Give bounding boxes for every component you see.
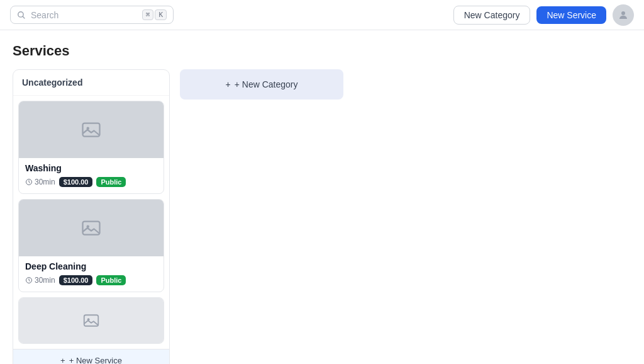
price-badge-deep-cleaning: $100.00 — [59, 275, 93, 285]
services-list: Washing 30min $100.00 Public — [13, 96, 169, 349]
service-image-washing — [19, 101, 164, 158]
header: ⌘ K New Category New Service — [0, 0, 644, 30]
service-name-washing: Washing — [25, 163, 157, 173]
keyboard-shortcut: ⌘ K — [142, 9, 167, 20]
new-service-label: + New Service — [69, 356, 122, 364]
page-title: Services — [13, 43, 631, 59]
new-category-card-button[interactable]: + + New Category — [180, 69, 343, 100]
search-icon — [17, 11, 26, 20]
service-name-deep-cleaning: Deep Cleaning — [25, 261, 157, 271]
new-category-label: + New Category — [235, 79, 298, 89]
service-card-deep-cleaning[interactable]: Deep Cleaning 30min $100.00 Public — [18, 199, 164, 292]
image-placeholder-icon — [80, 118, 103, 141]
clock-icon — [25, 178, 33, 186]
duration-value: 30min — [35, 178, 55, 186]
service-image-deep-cleaning — [19, 200, 164, 256]
svg-rect-2 — [83, 123, 100, 137]
kbd-k: K — [155, 9, 167, 20]
service-meta-washing: 30min $100.00 Public — [25, 177, 157, 187]
price-badge-washing: $100.00 — [59, 177, 93, 187]
clock-icon-2 — [25, 276, 33, 284]
svg-rect-5 — [83, 222, 100, 235]
new-service-placeholder-image — [19, 298, 164, 343]
avatar[interactable] — [613, 4, 634, 26]
category-column-uncategorized: Uncategorized Washing — [13, 69, 170, 364]
visibility-badge-deep-cleaning: Public — [96, 275, 126, 285]
main-content: Services Uncategorized — [0, 30, 644, 364]
svg-rect-8 — [84, 315, 99, 326]
duration-value-2: 30min — [35, 276, 55, 285]
plus-icon-new-service: + — [60, 356, 65, 364]
new-service-header-button[interactable]: New Service — [536, 6, 606, 24]
service-meta-deep-cleaning: 30min $100.00 Public — [25, 275, 157, 285]
new-service-column-button[interactable]: + + New Service — [13, 349, 169, 364]
image-placeholder-icon-2 — [80, 217, 103, 239]
new-category-button[interactable]: New Category — [453, 6, 531, 25]
header-actions: New Category New Service — [453, 4, 634, 26]
columns: Uncategorized Washing — [13, 69, 631, 364]
visibility-badge-washing: Public — [96, 177, 126, 187]
new-service-ghost-card — [18, 297, 164, 344]
image-placeholder-icon-3 — [82, 311, 101, 330]
search-box[interactable]: ⌘ K — [10, 6, 174, 24]
service-info-deep-cleaning: Deep Cleaning 30min $100.00 Public — [19, 256, 164, 292]
category-header: Uncategorized — [13, 70, 169, 96]
service-card-washing[interactable]: Washing 30min $100.00 Public — [18, 101, 164, 194]
search-input[interactable] — [31, 10, 119, 20]
kbd-cmd: ⌘ — [142, 9, 154, 20]
service-info-washing: Washing 30min $100.00 Public — [19, 158, 164, 193]
plus-icon-new-category: + — [226, 79, 231, 89]
svg-point-1 — [621, 11, 625, 15]
service-duration-washing: 30min — [25, 178, 55, 186]
service-duration-deep-cleaning: 30min — [25, 276, 55, 285]
